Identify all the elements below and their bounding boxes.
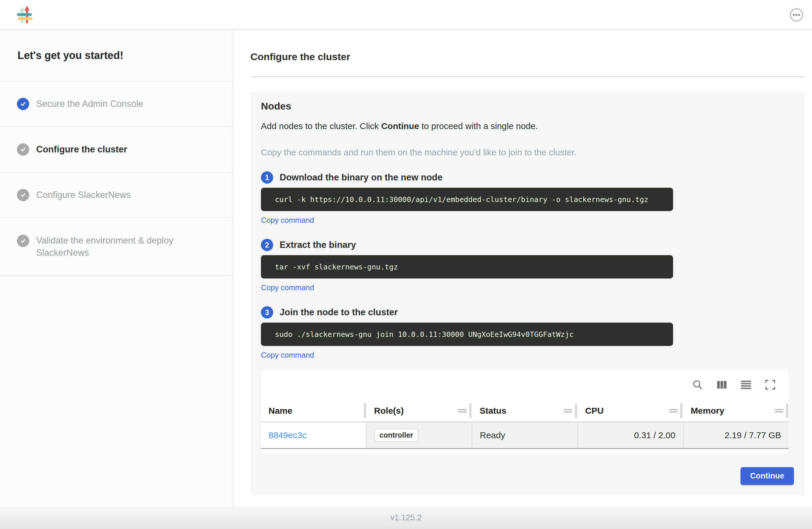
column-header-roles[interactable]: Role(s) <box>367 400 472 421</box>
sidebar-item-configure-slackernews[interactable]: Configure SlackerNews <box>0 173 233 218</box>
sidebar-item-label: Validate the environment & deploy Slacke… <box>36 234 218 259</box>
column-header-cpu[interactable]: CPU <box>578 400 683 421</box>
step-3-number-badge: 3 <box>261 306 273 318</box>
cell-node-memory: 2.19 / 7.77 GB <box>684 422 789 448</box>
role-chip: controller <box>374 429 418 442</box>
main-content: Configure the cluster Nodes Add nodes to… <box>233 30 812 506</box>
step-1-copy-command-link[interactable]: Copy command <box>261 216 314 225</box>
search-icon <box>692 379 704 391</box>
cell-node-status: Ready <box>472 422 578 448</box>
admin-console-page: Let's get you started! Secure the Admin … <box>0 0 812 529</box>
step-1-command-block: curl -k https://10.0.0.11:30000/api/v1/e… <box>261 188 673 211</box>
status-text: Ready <box>480 430 505 440</box>
table-search-button[interactable] <box>692 379 704 391</box>
slackernews-logo-icon <box>17 6 33 24</box>
page-title: Configure the cluster <box>250 51 804 62</box>
cpu-text: 0.31 / 2.00 <box>634 430 676 440</box>
step-2-number-badge: 2 <box>261 239 273 251</box>
table-header-row: Name Role(s) Status <box>261 400 789 422</box>
column-menu-icon[interactable] <box>669 409 678 413</box>
columns-icon <box>716 379 727 390</box>
sidebar-item-secure-admin-console[interactable]: Secure the Admin Console <box>0 82 233 127</box>
column-separator[interactable] <box>575 403 577 418</box>
check-pending-icon <box>17 143 29 156</box>
step-1-header: 1 Download the binary on the new node <box>261 171 794 184</box>
body-row: Let's get you started! Secure the Admin … <box>0 30 812 506</box>
column-separator[interactable] <box>680 403 682 418</box>
cell-node-roles: controller <box>367 422 472 448</box>
continue-button[interactable]: Continue <box>740 467 794 485</box>
fullscreen-icon <box>765 379 776 390</box>
table-toolbar <box>261 370 789 400</box>
column-header-label: CPU <box>585 406 604 416</box>
column-menu-icon[interactable] <box>775 409 783 413</box>
step-2-command-block: tar -xvf slackernews-gnu.tgz <box>261 255 673 278</box>
cell-node-cpu: 0.31 / 2.00 <box>578 422 684 448</box>
table-bottom-padding <box>261 449 789 454</box>
more-menu-button[interactable] <box>789 8 804 22</box>
step-3-header: 3 Join the node to the cluster <box>261 306 794 318</box>
column-header-memory[interactable]: Memory <box>683 400 789 421</box>
cell-node-name: 8849ec3c <box>261 422 367 448</box>
sidebar-item-label: Secure the Admin Console <box>36 98 218 110</box>
column-menu-icon[interactable] <box>564 409 572 413</box>
column-header-label: Name <box>269 406 292 416</box>
column-separator[interactable] <box>469 403 472 418</box>
step-1-command-text: curl -k https://10.0.0.11:30000/api/v1/e… <box>275 195 648 204</box>
step-2-command-text: tar -xvf slackernews-gnu.tgz <box>275 263 398 271</box>
column-header-label: Memory <box>691 406 724 416</box>
column-separator[interactable] <box>786 403 788 418</box>
column-separator[interactable] <box>364 403 366 418</box>
step-1-number-badge: 1 <box>261 171 273 184</box>
ellipsis-icon <box>789 8 803 22</box>
column-header-label: Role(s) <box>374 406 404 416</box>
nodes-description-prefix: Add nodes to the cluster. Click <box>261 121 381 131</box>
table-fullscreen-button[interactable] <box>765 379 776 390</box>
sidebar-item-validate-deploy[interactable]: Validate the environment & deploy Slacke… <box>0 218 233 276</box>
step-2-copy-command-link[interactable]: Copy command <box>261 283 314 292</box>
sidebar-item-label: Configure the cluster <box>36 143 218 156</box>
density-icon <box>740 379 752 391</box>
copy-instructions: Copy the commands and run them on the ma… <box>261 147 794 157</box>
check-pending-icon <box>17 189 29 201</box>
nodes-description-bold: Continue <box>381 121 419 131</box>
card-actions: Continue <box>261 467 794 485</box>
step-3-command-text: sudo ./slackernews-gnu join 10.0.0.11:30… <box>275 330 574 339</box>
nodes-description-suffix: to proceed with a single node. <box>419 121 538 131</box>
setup-sidebar: Let's get you started! Secure the Admin … <box>0 30 233 506</box>
memory-text: 2.19 / 7.77 GB <box>725 430 781 440</box>
step-1-title: Download the binary on the new node <box>280 172 443 183</box>
step-3-command-block: sudo ./slackernews-gnu join 10.0.0.11:30… <box>261 323 673 346</box>
check-complete-icon <box>17 98 29 110</box>
table-columns-button[interactable] <box>716 379 727 390</box>
nodes-description: Add nodes to the cluster. Click Continue… <box>261 121 794 131</box>
table-row: 8849ec3c controller Ready 0.31 / 2.00 2. <box>261 422 789 449</box>
sidebar-item-label: Configure SlackerNews <box>36 189 218 201</box>
sidebar-item-configure-cluster[interactable]: Configure the cluster <box>0 127 233 173</box>
column-header-name[interactable]: Name <box>261 400 367 421</box>
version-label: v1.125.2 <box>390 513 421 522</box>
step-3-title: Join the node to the cluster <box>280 307 398 318</box>
title-divider <box>250 76 804 77</box>
nodes-table-card: Name Role(s) Status <box>261 370 789 454</box>
step-2-title: Extract the binary <box>280 240 356 250</box>
page-footer: v1.125.2 <box>0 506 812 529</box>
check-pending-icon <box>17 235 29 247</box>
table-density-button[interactable] <box>740 379 752 391</box>
node-name-link[interactable]: 8849ec3c <box>269 430 306 440</box>
column-header-status[interactable]: Status <box>472 400 578 421</box>
nodes-card-title: Nodes <box>261 100 794 112</box>
column-header-label: Status <box>480 406 506 416</box>
top-header <box>0 0 812 30</box>
column-menu-icon[interactable] <box>458 409 466 413</box>
nodes-card: Nodes Add nodes to the cluster. Click Co… <box>250 91 804 496</box>
sidebar-title: Let's get you started! <box>0 30 233 82</box>
step-2-header: 2 Extract the binary <box>261 239 794 251</box>
step-3-copy-command-link[interactable]: Copy command <box>261 351 314 360</box>
